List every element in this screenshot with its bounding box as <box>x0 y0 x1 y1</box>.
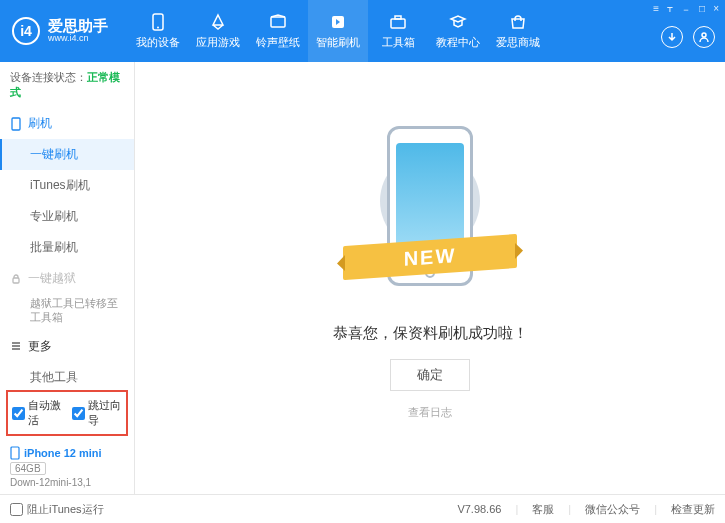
device-icon <box>10 446 20 460</box>
block-itunes-checkbox[interactable]: 阻止iTunes运行 <box>10 502 104 517</box>
store-icon <box>509 13 527 31</box>
sidebar-item-other[interactable]: 其他工具 <box>0 362 134 386</box>
svg-rect-5 <box>395 16 401 19</box>
phone-icon <box>149 13 167 31</box>
footer: 阻止iTunes运行 V7.98.66| 客服| 微信公众号| 检查更新 <box>0 494 725 523</box>
menu-icon[interactable]: ≡ <box>653 3 659 17</box>
download-button[interactable] <box>661 26 683 48</box>
svg-rect-2 <box>271 17 285 27</box>
version-label: V7.98.66 <box>457 503 501 515</box>
tree-head-more[interactable]: 更多 <box>0 331 134 362</box>
account-button[interactable] <box>693 26 715 48</box>
app-name: 爱思助手 <box>48 18 108 35</box>
phone-icon <box>10 117 22 131</box>
success-message: 恭喜您，保资料刷机成功啦！ <box>333 324 528 343</box>
svg-rect-4 <box>391 19 405 28</box>
wallpaper-icon <box>269 13 287 31</box>
nav-toolbox[interactable]: 工具箱 <box>368 0 428 62</box>
skip-guide-checkbox[interactable]: 跳过向导 <box>72 398 122 428</box>
tutorial-icon <box>449 13 467 31</box>
nav-apps[interactable]: 应用游戏 <box>188 0 248 62</box>
sidebar-item-oneclick[interactable]: 一键刷机 <box>0 139 134 170</box>
jailbreak-note: 越狱工具已转移至工具箱 <box>0 294 134 331</box>
svg-point-1 <box>157 26 159 28</box>
tree-head-flash[interactable]: 刷机 <box>0 108 134 139</box>
auto-activate-checkbox[interactable]: 自动激活 <box>12 398 62 428</box>
wechat-link[interactable]: 微信公众号 <box>585 502 640 517</box>
nav-flash[interactable]: 智能刷机 <box>308 0 368 62</box>
app-logo: i4 爱思助手 www.i4.cn <box>0 17 120 45</box>
tree-head-jailbreak: 一键越狱 <box>0 263 134 294</box>
nav-ringtone[interactable]: 铃声壁纸 <box>248 0 308 62</box>
main-nav: 我的设备 应用游戏 铃声壁纸 智能刷机 工具箱 教程中心 爱思商城 <box>128 0 548 62</box>
sidebar-item-batch[interactable]: 批量刷机 <box>0 232 134 263</box>
flash-icon <box>329 13 347 31</box>
nav-my-devices[interactable]: 我的设备 <box>128 0 188 62</box>
svg-rect-8 <box>13 278 19 283</box>
ok-button[interactable]: 确定 <box>390 359 470 391</box>
options-row: 自动激活 跳过向导 <box>6 390 128 436</box>
titlebar: i4 爱思助手 www.i4.cn 我的设备 应用游戏 铃声壁纸 智能刷机 工具… <box>0 0 725 62</box>
new-banner: NEW <box>343 234 517 280</box>
nav-store[interactable]: 爱思商城 <box>488 0 548 62</box>
connection-status: 设备连接状态：正常模式 <box>0 62 134 108</box>
service-link[interactable]: 客服 <box>532 502 554 517</box>
main-panel: NEW 恭喜您，保资料刷机成功啦！ 确定 查看日志 <box>135 62 725 494</box>
sidebar-item-itunes[interactable]: iTunes刷机 <box>0 170 134 201</box>
device-storage: 64GB <box>10 462 46 475</box>
sidebar: 设备连接状态：正常模式 刷机 一键刷机 iTunes刷机 专业刷机 批量刷机 一… <box>0 62 135 494</box>
close-icon[interactable]: × <box>713 3 719 17</box>
user-icons <box>661 26 715 48</box>
svg-point-6 <box>702 33 706 37</box>
update-link[interactable]: 检查更新 <box>671 502 715 517</box>
lock-icon <box>10 273 22 285</box>
device-block[interactable]: iPhone 12 mini 64GB Down-12mini-13,1 <box>0 440 134 494</box>
device-name: iPhone 12 mini <box>10 446 124 460</box>
logo-icon: i4 <box>12 17 40 45</box>
success-illustration: NEW <box>355 116 505 306</box>
window-controls: ≡ ᴛ － □ × <box>653 3 719 17</box>
toolbox-icon <box>389 13 407 31</box>
view-log-link[interactable]: 查看日志 <box>408 405 452 420</box>
svg-rect-9 <box>11 447 19 459</box>
device-model: Down-12mini-13,1 <box>10 477 124 488</box>
skin-icon[interactable]: ᴛ <box>667 3 673 17</box>
maximize-icon[interactable]: □ <box>699 3 705 17</box>
app-url: www.i4.cn <box>48 34 108 44</box>
svg-rect-7 <box>12 118 20 130</box>
more-icon <box>10 340 22 352</box>
nav-tutorial[interactable]: 教程中心 <box>428 0 488 62</box>
sidebar-item-pro[interactable]: 专业刷机 <box>0 201 134 232</box>
apps-icon <box>209 13 227 31</box>
minimize-icon[interactable]: － <box>681 3 691 17</box>
